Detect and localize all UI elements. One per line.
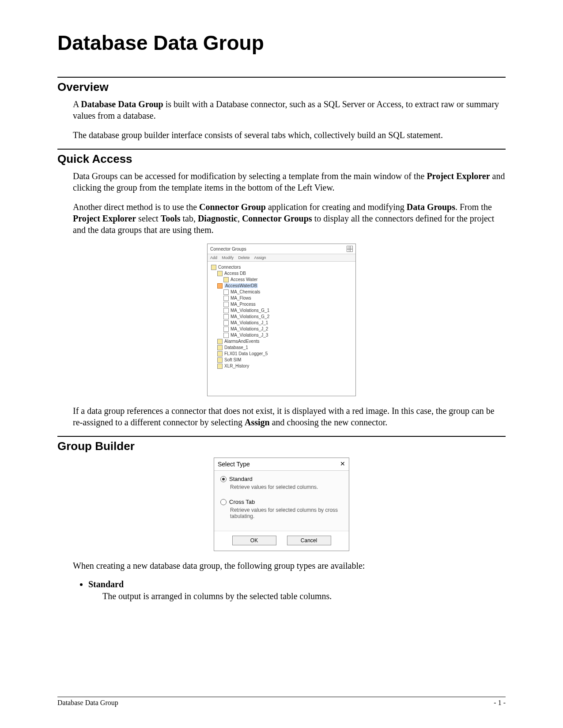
tree-item[interactable]: MA_Violations_J_3 xyxy=(211,332,352,338)
figure-connector-groups: Connector Groups Add Modify Delete Assig… xyxy=(57,244,506,396)
tree-item[interactable]: MA_Violations_J_1 xyxy=(211,320,352,326)
option-standard[interactable]: Standard Retrieve values for selected co… xyxy=(220,475,343,490)
tree-item[interactable]: Soft SIM xyxy=(211,357,352,363)
page-title: Database Data Group xyxy=(57,31,506,55)
tree-item[interactable]: AlarmsAndEvents xyxy=(211,338,352,345)
footer-left: Database Data Group xyxy=(57,699,118,707)
tree-item[interactable]: MA_Flows xyxy=(211,295,352,301)
tree-item[interactable]: Access DB xyxy=(211,270,352,277)
footer-right: - 1 - xyxy=(494,699,506,707)
folder-icon xyxy=(217,357,223,363)
radio-icon[interactable] xyxy=(220,476,227,482)
toolbar-modify[interactable]: Modify xyxy=(222,255,234,260)
folder-icon xyxy=(217,351,223,356)
tree-item-selected[interactable]: AccessWaterDB xyxy=(211,283,352,289)
radio-icon[interactable] xyxy=(220,499,227,505)
ok-button[interactable]: OK xyxy=(232,536,276,545)
folder-icon xyxy=(217,364,223,369)
group-builder-p1: When creating a new database data group,… xyxy=(73,560,506,571)
divider xyxy=(57,436,506,437)
divider xyxy=(57,149,506,150)
folder-icon xyxy=(211,265,216,270)
tree-item[interactable]: MA_Chemicals xyxy=(211,289,352,295)
file-icon xyxy=(223,289,229,295)
close-icon[interactable]: ✕ xyxy=(340,461,345,468)
file-icon xyxy=(223,333,229,338)
file-icon xyxy=(223,308,229,313)
folder-icon xyxy=(217,345,223,350)
bullet-standard: Standard xyxy=(88,579,506,589)
bullet-standard-desc: The output is arranged in columns by the… xyxy=(102,591,506,601)
tree-item[interactable]: Database_1 xyxy=(211,345,352,351)
toolbar-assign[interactable]: Assign xyxy=(254,255,266,260)
toolbar-delete[interactable]: Delete xyxy=(238,255,250,260)
toolbar: Add Modify Delete Assign xyxy=(208,254,355,262)
tree-item[interactable]: XLR_History xyxy=(211,363,352,369)
divider xyxy=(57,77,506,78)
option-crosstab[interactable]: Cross Tab Retrieve values for selected c… xyxy=(220,498,343,519)
toolbar-add[interactable]: Add xyxy=(210,255,217,260)
file-icon xyxy=(223,320,229,326)
tree-root: Connectors Access DB Access Water Access… xyxy=(208,262,355,396)
option-desc: Retrieve values for selected columns. xyxy=(230,484,343,490)
tree-item[interactable]: MA_Violations_G_2 xyxy=(211,314,352,320)
quick-access-p1: Data Groups can be accessed for modifica… xyxy=(73,170,506,193)
tree-item[interactable]: MA_Violations_J_2 xyxy=(211,326,352,332)
quick-access-p2: Another direct method is to use the Conn… xyxy=(73,201,506,236)
overview-p1: A Database Data Group is built with a Da… xyxy=(73,98,506,121)
file-icon xyxy=(223,302,229,307)
heading-quick-access: Quick Access xyxy=(57,152,506,166)
overview-p2: The database group builder interface con… xyxy=(73,129,506,141)
file-icon xyxy=(223,326,229,332)
option-desc: Retrieve values for selected columns by … xyxy=(230,507,343,519)
page-footer: Database Data Group - 1 - xyxy=(57,697,506,707)
tree-item[interactable]: MA_Violations_G_1 xyxy=(211,308,352,314)
tree-item[interactable]: MA_Process xyxy=(211,301,352,308)
window-control-icon[interactable] xyxy=(347,246,353,252)
folder-icon xyxy=(217,339,223,344)
figure-select-type: Select Type ✕ Standard Retrieve values f… xyxy=(57,458,506,551)
connector-groups-window: Connector Groups Add Modify Delete Assig… xyxy=(207,244,356,396)
cancel-button[interactable]: Cancel xyxy=(287,536,331,545)
dialog-title: Select Type xyxy=(218,461,250,468)
file-icon xyxy=(223,314,229,319)
tree-connectors[interactable]: Connectors xyxy=(211,264,352,270)
heading-group-builder: Group Builder xyxy=(57,439,506,453)
folder-icon xyxy=(217,283,223,289)
quick-access-p3: If a data group references a connector t… xyxy=(73,405,506,428)
tree-item[interactable]: Access Water xyxy=(211,277,352,283)
file-icon xyxy=(223,296,229,301)
tree-item[interactable]: FLX01 Data Logger_5 xyxy=(211,351,352,357)
heading-overview: Overview xyxy=(57,80,506,94)
select-type-dialog: Select Type ✕ Standard Retrieve values f… xyxy=(214,458,349,551)
folder-icon xyxy=(217,271,223,276)
folder-icon xyxy=(223,277,229,282)
window-title: Connector Groups xyxy=(210,247,246,251)
